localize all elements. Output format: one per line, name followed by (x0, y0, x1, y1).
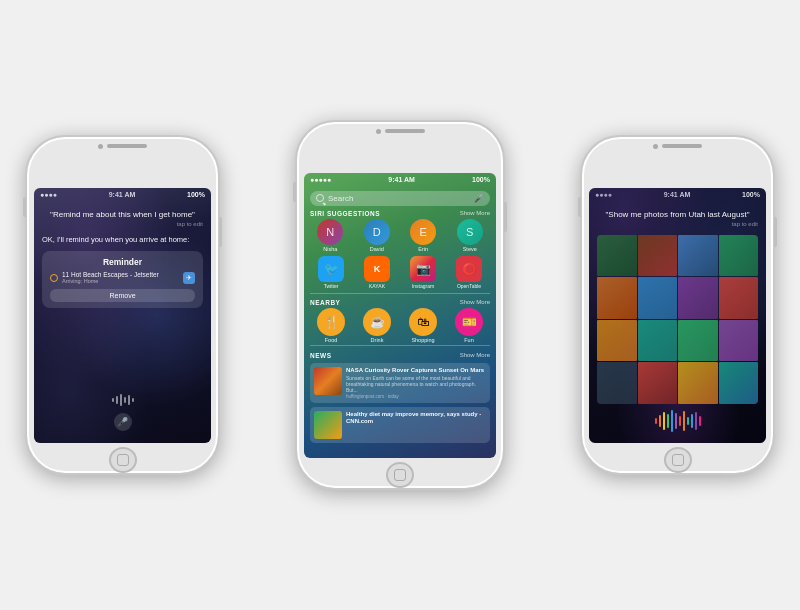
app-label-instagram: Instagram (412, 283, 434, 289)
mic-icon-left[interactable]: 🎤 (114, 413, 132, 431)
nearby-shopping[interactable]: 🛍 Shopping (409, 308, 437, 343)
wave-bar (128, 395, 130, 405)
news-thumb-food (314, 411, 342, 439)
home-button-right[interactable] (664, 447, 692, 473)
avatar-face-david: D (364, 219, 390, 245)
app-instagram[interactable]: 📷 Instagram (410, 256, 436, 289)
nearby-label: NEARBY (310, 299, 340, 306)
nearby-icon-food: 🍴 (317, 308, 345, 336)
nearby-food[interactable]: 🍴 Food (317, 308, 345, 343)
photo-cell (719, 277, 759, 318)
status-time-center: 9:41 AM (388, 176, 415, 183)
wave-bar (683, 411, 685, 431)
tap-to-edit-left[interactable]: tap to edit (42, 221, 203, 227)
contact-david[interactable]: D David (364, 219, 390, 252)
app-icon-twitter: 🐦 (318, 256, 344, 282)
mic-icon-center[interactable]: 🎤 (474, 194, 484, 203)
show-more-news[interactable]: Show More (460, 352, 490, 359)
wave-bar (671, 410, 673, 432)
side-button-right (219, 217, 222, 247)
siri-bg-right: ●●●● 9:41 AM 100% "Show me photos from U… (589, 188, 766, 443)
divider-2 (310, 345, 490, 346)
photo-cell (638, 235, 678, 276)
news-title-food: Healthy diet may improve memory, says st… (346, 411, 486, 425)
app-opentable[interactable]: ⭕ OpenTable (456, 256, 482, 289)
nearby-name-food: Food (325, 337, 338, 343)
siri-mic-area-left: 🎤 (42, 390, 203, 439)
app-icon-instagram: 📷 (410, 256, 436, 282)
screen-right: ●●●● 9:41 AM 100% "Show me photos from U… (589, 188, 766, 443)
nearby-fun[interactable]: 🎫 Fun (455, 308, 483, 343)
photo-cell (597, 320, 637, 361)
nearby-icon-shopping: 🛍 (409, 308, 437, 336)
phone-top-center (297, 122, 503, 141)
siri-suggestions-label: SIRI SUGGESTIONS (310, 210, 380, 217)
photo-cell (719, 362, 759, 403)
photo-cell (678, 235, 718, 276)
avatar-erin: E (410, 219, 436, 245)
avatar-face-steve: S (457, 219, 483, 245)
speaker-center (385, 129, 425, 133)
home-button-left[interactable] (109, 447, 137, 473)
status-bar-center: ●●●●● 9:41 AM 100% (304, 173, 496, 187)
wave-bar (659, 415, 661, 427)
photo-cell (678, 320, 718, 361)
phone-top-right (582, 137, 773, 156)
siri-suggestions-header: SIRI SUGGESTIONS Show More (304, 206, 496, 219)
divider-1 (310, 293, 490, 294)
siri-wave-left (93, 390, 153, 410)
nearby-header: NEARBY Show More (304, 295, 496, 308)
side-button-left (23, 197, 26, 217)
search-bar[interactable]: Search 🎤 (310, 191, 490, 206)
news-title-mars: NASA Curiosity Rover Captures Sunset On … (346, 367, 486, 374)
nearby-row: 🍴 Food ☕ Drink 🛍 Shopping 🎫 Fun (304, 308, 496, 345)
contact-name-steve: Steve (463, 246, 477, 252)
home-button-center[interactable] (386, 462, 414, 488)
reminder-item: 11 Hot Beach Escapes - Jetsetter Arrivin… (50, 271, 195, 285)
speaker-left (107, 144, 147, 148)
wave-bar (691, 414, 693, 428)
photo-cell (719, 320, 759, 361)
wave-bar (679, 416, 681, 426)
app-label-opentable: OpenTable (457, 283, 481, 289)
contact-nisha[interactable]: N Nisha (317, 219, 343, 252)
apps-row: 🐦 Twitter K KAYAK 📷 Instagram ⭕ OpenTabl… (304, 256, 496, 293)
contact-erin[interactable]: E Erin (410, 219, 436, 252)
app-label-twitter: Twitter (324, 283, 339, 289)
wave-bar (687, 417, 689, 425)
screen-left: ●●●● 9:41 AM 100% "Remind me about this … (34, 188, 211, 443)
camera-right (653, 144, 658, 149)
news-label: NEWS (310, 352, 332, 359)
news-desc-mars: Sunsets on Earth can be some of the most… (346, 375, 486, 393)
show-more-nearby[interactable]: Show More (460, 299, 490, 306)
search-icon (316, 194, 324, 202)
side-button-center-left (293, 182, 296, 202)
reminder-dot (50, 274, 58, 282)
nearby-icon-fun: 🎫 (455, 308, 483, 336)
phone-left: ●●●● 9:41 AM 100% "Remind me about this … (25, 135, 220, 475)
show-more-suggestions[interactable]: Show More (460, 210, 490, 217)
reminder-text: 11 Hot Beach Escapes - Jetsetter (62, 271, 159, 279)
tap-to-edit-right[interactable]: tap to edit (597, 221, 758, 227)
news-item-mars[interactable]: NASA Curiosity Rover Captures Sunset On … (310, 363, 490, 403)
status-wifi-center: ●●●●● (310, 176, 331, 183)
side-button-right-right (774, 217, 777, 247)
wave-bar (112, 398, 114, 402)
photo-cell (678, 277, 718, 318)
news-thumb-mars (314, 367, 342, 395)
wave-bar (655, 418, 657, 424)
app-kayak[interactable]: K KAYAK (364, 256, 390, 289)
remove-button[interactable]: Remove (50, 289, 195, 302)
contact-name-erin: Erin (418, 246, 428, 252)
wave-bar (699, 416, 701, 426)
phones-container: ●●●● 9:41 AM 100% "Remind me about this … (10, 10, 790, 600)
wave-bar (663, 412, 665, 430)
photo-cell (638, 277, 678, 318)
reminder-sub: Arriving: Home (62, 278, 159, 284)
contact-steve[interactable]: S Steve (457, 219, 483, 252)
nearby-name-shopping: Shopping (411, 337, 434, 343)
nearby-drink[interactable]: ☕ Drink (363, 308, 391, 343)
nearby-name-fun: Fun (464, 337, 473, 343)
news-item-food[interactable]: Healthy diet may improve memory, says st… (310, 407, 490, 443)
app-twitter[interactable]: 🐦 Twitter (318, 256, 344, 289)
